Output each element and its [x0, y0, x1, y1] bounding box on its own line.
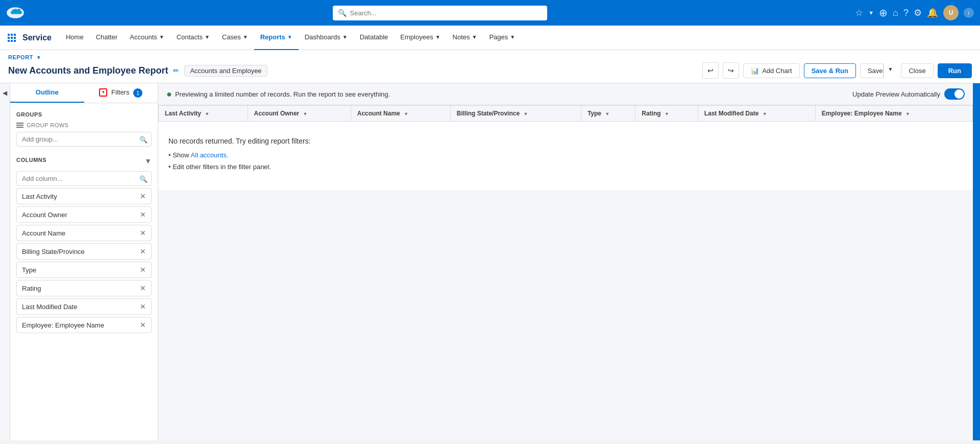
- svg-rect-8: [11, 40, 13, 42]
- report-label-dropdown[interactable]: ▼: [36, 55, 41, 60]
- main-content: ◀ Outline Filters 1 Groups: [0, 83, 980, 440]
- report-label: REPORT: [8, 54, 33, 60]
- remove-account-name[interactable]: ✕: [140, 229, 146, 237]
- nav-item-dashboards[interactable]: Dashboards ▼: [299, 26, 354, 50]
- col-type-caret: ▼: [605, 111, 609, 116]
- nav-item-contacts[interactable]: Contacts ▼: [170, 26, 216, 50]
- remove-type[interactable]: ✕: [140, 266, 146, 274]
- col-account-name[interactable]: Account Name ▼: [351, 106, 450, 122]
- nav-item-reports[interactable]: Reports ▼: [254, 26, 299, 50]
- home-icon[interactable]: ⌂: [893, 8, 898, 18]
- no-records-message: No records returned. Try editing report …: [168, 137, 963, 145]
- add-chart-button[interactable]: 📊 Add Chart: [743, 63, 800, 78]
- redo-button[interactable]: ↪: [723, 62, 739, 79]
- tab-outline[interactable]: Outline: [10, 83, 84, 103]
- svg-rect-3: [14, 34, 16, 36]
- columns-collapse-icon[interactable]: ▼: [144, 157, 152, 165]
- panel-toggle[interactable]: ◀: [0, 83, 10, 440]
- col-last-modified-date[interactable]: Last Modified Date ▼: [698, 106, 815, 122]
- column-item-last-activity: Last Activity ✕: [16, 188, 152, 204]
- column-item-billing-state: Billing State/Province ✕: [16, 243, 152, 260]
- dashboards-caret: ▼: [342, 34, 348, 40]
- save-run-button[interactable]: Save & Run: [804, 63, 856, 78]
- svg-rect-4: [8, 37, 10, 39]
- add-group-field: 🔍: [16, 132, 152, 147]
- report-actions: ↩ ↪ 📊 Add Chart Save & Run Save ▼ Close …: [702, 62, 972, 79]
- svg-rect-9: [14, 40, 16, 42]
- add-icon[interactable]: ⊕: [879, 7, 888, 19]
- remove-account-owner[interactable]: ✕: [140, 211, 146, 219]
- panel-toggle-icon: ◀: [3, 89, 7, 97]
- remove-last-modified-date[interactable]: ✕: [140, 302, 146, 311]
- nav-item-home[interactable]: Home: [60, 26, 90, 50]
- remove-employee-name[interactable]: ✕: [140, 321, 146, 329]
- col-account-name-caret: ▼: [404, 111, 408, 116]
- left-panel: Outline Filters 1 Groups GROUP ROWS: [10, 83, 158, 440]
- accounts-caret: ▼: [159, 34, 164, 40]
- auto-preview-toggle[interactable]: [944, 88, 965, 100]
- filter-badge: 1: [133, 88, 142, 98]
- group-rows-icon: [16, 122, 23, 129]
- edit-title-icon[interactable]: ✏: [173, 66, 179, 75]
- nav-item-notes[interactable]: Notes ▼: [447, 26, 483, 50]
- columns-section-title: Columns: [16, 157, 46, 163]
- settings-icon[interactable]: ⚙: [914, 7, 922, 18]
- undo-button[interactable]: ↩: [702, 62, 719, 79]
- col-rating[interactable]: Rating ▼: [635, 106, 698, 122]
- show-all-accounts-link[interactable]: All accounts.: [191, 151, 229, 159]
- star-dropdown-icon[interactable]: ▼: [868, 10, 874, 16]
- report-header: REPORT ▼ New Accounts and Employee Repor…: [0, 50, 980, 83]
- bell-icon[interactable]: 🔔: [927, 7, 938, 18]
- add-column-input[interactable]: [16, 171, 152, 186]
- save-dropdown-button[interactable]: ▼: [884, 63, 897, 78]
- nav-item-pages[interactable]: Pages ▼: [483, 26, 521, 50]
- save-button[interactable]: Save: [860, 63, 884, 78]
- nav-item-accounts[interactable]: Accounts ▼: [124, 26, 170, 50]
- nav-item-employees[interactable]: Employees ▼: [394, 26, 446, 50]
- help-icon[interactable]: ?: [903, 8, 909, 18]
- avatar[interactable]: U: [943, 5, 959, 20]
- col-billing-state[interactable]: Billing State/Province ▼: [450, 106, 581, 122]
- col-type[interactable]: Type ▼: [581, 106, 635, 122]
- pages-caret: ▼: [510, 34, 515, 40]
- top-bar: 🔍 ☆ ▼ ⊕ ⌂ ? ⚙ 🔔 U i: [0, 0, 980, 26]
- remove-last-activity[interactable]: ✕: [140, 192, 146, 200]
- column-item-account-name: Account Name ✕: [16, 225, 152, 241]
- info-icon[interactable]: i: [964, 8, 974, 18]
- remove-billing-state[interactable]: ✕: [140, 247, 146, 255]
- col-last-modified-date-caret: ▼: [763, 111, 767, 116]
- nav-item-datatable[interactable]: Datatable: [354, 26, 395, 50]
- svg-rect-1: [8, 34, 10, 36]
- remove-rating[interactable]: ✕: [140, 284, 146, 292]
- nav-item-chatter[interactable]: Chatter: [90, 26, 124, 50]
- notes-caret: ▼: [472, 34, 477, 40]
- preview-message: ● Previewing a limited number of records…: [166, 89, 390, 100]
- col-employee-name[interactable]: Employee: Employee Name ▼: [815, 106, 972, 122]
- tab-filters[interactable]: Filters 1: [84, 83, 158, 103]
- groups-section-title: Groups: [16, 111, 152, 118]
- contacts-caret: ▼: [205, 34, 210, 40]
- table-header: Last Activity ▼ Account Owner ▼ Account …: [159, 106, 973, 122]
- grid-icon[interactable]: [4, 30, 19, 45]
- top-bar-actions: ☆ ▼ ⊕ ⌂ ? ⚙ 🔔 U i: [855, 5, 974, 20]
- run-button[interactable]: Run: [938, 63, 972, 78]
- report-badge[interactable]: Accounts and Employee: [184, 65, 267, 77]
- add-group-input[interactable]: [16, 132, 152, 147]
- close-button[interactable]: Close: [901, 63, 933, 78]
- col-account-owner[interactable]: Account Owner ▼: [248, 106, 351, 122]
- col-last-activity[interactable]: Last Activity ▼: [159, 106, 248, 122]
- green-dot-icon: ●: [166, 89, 172, 100]
- column-item-rating: Rating ✕: [16, 280, 152, 296]
- col-account-owner-caret: ▼: [303, 111, 308, 116]
- nav-item-cases[interactable]: Cases ▼: [216, 26, 254, 50]
- right-edge-strip: [973, 83, 980, 440]
- col-rating-caret: ▼: [665, 111, 669, 116]
- svg-rect-5: [11, 37, 13, 39]
- report-title: New Accounts and Employee Report: [8, 65, 168, 76]
- salesforce-logo[interactable]: [6, 6, 24, 20]
- star-icon[interactable]: ☆: [855, 7, 863, 18]
- add-group-search-icon: 🔍: [139, 135, 148, 143]
- svg-rect-12: [16, 127, 23, 128]
- filter-icon: [99, 88, 107, 97]
- search-input[interactable]: [333, 6, 547, 20]
